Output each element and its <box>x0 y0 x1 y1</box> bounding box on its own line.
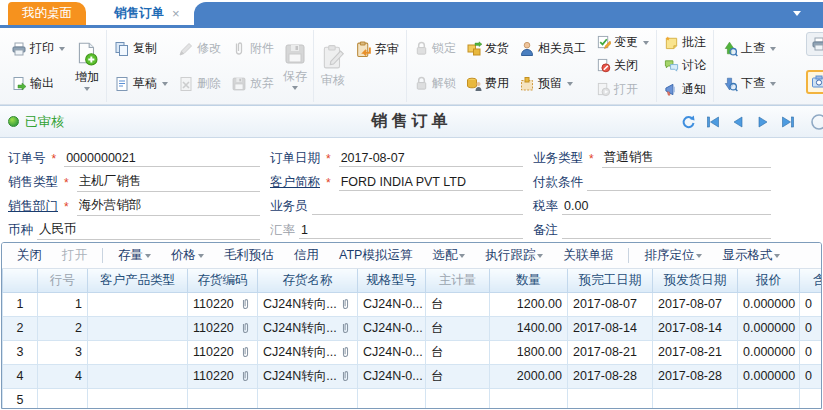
tab-my-desktop[interactable]: 我的桌面 <box>8 2 86 25</box>
reserve-caret-icon[interactable] <box>567 82 573 86</box>
change-button[interactable]: 变更 <box>593 32 652 53</box>
locate-icon[interactable] <box>805 113 823 131</box>
grid-toolbar-display-format-button[interactable]: 显示格式 <box>713 245 789 266</box>
cell-expected_finish_date[interactable]: 2017-08-21 <box>568 340 653 364</box>
add-button[interactable]: 增加 <box>70 30 104 102</box>
cell-tax_price[interactable]: 0 <box>800 292 823 316</box>
cell-tax_price[interactable] <box>800 388 823 409</box>
tab-close-icon[interactable]: × <box>172 6 180 21</box>
grid-toolbar-execution-tracking-button[interactable]: 执行跟踪 <box>476 245 552 266</box>
cell-expected_finish_date[interactable]: 2017-08-28 <box>568 364 653 388</box>
snapshot-button[interactable] <box>806 70 823 94</box>
discuss-button[interactable]: 讨论 <box>661 55 709 76</box>
grid-toolbar-option-config-caret-icon[interactable] <box>459 254 465 258</box>
tab-sales-order[interactable]: 销售订单 × <box>100 2 194 25</box>
cell-quote[interactable] <box>738 388 800 409</box>
column-header-tax_price[interactable]: 含 <box>800 269 823 292</box>
output-button[interactable]: 输出 <box>8 73 68 94</box>
cell-unit[interactable]: 台 <box>426 292 490 316</box>
cell-expected_ship_date[interactable]: 2017-08-14 <box>653 316 738 340</box>
cell-inventory_name[interactable]: CJ24N转向... <box>258 340 358 364</box>
grid-toolbar-credit-button[interactable]: 信用 <box>285 245 328 266</box>
cell-unit[interactable]: 台 <box>426 316 490 340</box>
cell-line_no[interactable]: 4 <box>38 364 88 388</box>
column-header-customer_product_type[interactable]: 客户产品类型 <box>88 269 188 292</box>
grid-toolbar-close-button[interactable]: 关闭 <box>8 245 51 266</box>
cell-line_no[interactable]: 3 <box>38 340 88 364</box>
nav-next-icon[interactable] <box>755 114 771 130</box>
cell-inventory_code[interactable]: 110220 <box>188 364 258 388</box>
cell-expected_ship_date[interactable]: 2017-08-21 <box>653 340 738 364</box>
column-header-line_no[interactable]: 行号 <box>38 269 88 292</box>
cell-quantity[interactable] <box>490 388 568 409</box>
cell-row_index[interactable]: 1 <box>3 292 38 316</box>
notify-button[interactable]: 通知 <box>661 79 709 100</box>
column-header-inventory_code[interactable]: 存货编码 <box>188 269 258 292</box>
annotate-button[interactable]: 批注 <box>661 32 709 53</box>
draft-button[interactable]: 草稿 <box>111 73 171 94</box>
cell-quantity[interactable]: 1200.00 <box>490 292 568 316</box>
tab-overflow-caret-icon[interactable] <box>793 11 801 16</box>
grid-toolbar-related-documents-button[interactable]: 关联单据 <box>554 245 622 266</box>
refresh-icon[interactable] <box>680 114 696 130</box>
cell-inventory_name[interactable]: CJ24N转向... <box>258 316 358 340</box>
grid-toolbar-display-format-caret-icon[interactable] <box>774 254 780 258</box>
copy-button[interactable]: 复制 <box>111 38 171 59</box>
cell-row_index[interactable]: 4 <box>3 364 38 388</box>
cell-expected_ship_date[interactable]: 2017-08-07 <box>653 292 738 316</box>
cell-quote[interactable]: 0.000000 <box>738 316 800 340</box>
cell-inventory_code[interactable]: 110220 <box>188 292 258 316</box>
cell-quantity[interactable]: 1400.00 <box>490 316 568 340</box>
print-preview-button[interactable] <box>806 32 823 56</box>
grid-toolbar-atp-simulation-button[interactable]: ATP模拟运算 <box>330 245 421 266</box>
print-caret-icon[interactable] <box>59 47 65 51</box>
cell-unit[interactable]: 台 <box>426 364 490 388</box>
field-exchange-rate-value[interactable]: 1 <box>299 223 523 239</box>
column-header-spec_model[interactable]: 规格型号 <box>358 269 426 292</box>
column-header-quote[interactable]: 报价 <box>738 269 800 292</box>
column-header-unit[interactable]: 主计量 <box>426 269 490 292</box>
cell-tax_price[interactable]: 0 <box>800 316 823 340</box>
grid-toolbar-price-button[interactable]: 价格 <box>162 245 213 266</box>
grid-toolbar-price-caret-icon[interactable] <box>198 254 204 258</box>
unaudit-button[interactable]: 弃审 <box>352 39 402 60</box>
cell-line_no[interactable]: 2 <box>38 316 88 340</box>
draft-caret-icon[interactable] <box>162 82 168 86</box>
column-header-quantity[interactable]: 数量 <box>490 269 568 292</box>
cell-expected_finish_date[interactable]: 2017-08-14 <box>568 316 653 340</box>
search-down-caret-icon[interactable] <box>770 82 776 86</box>
search-down-button[interactable]: 下查 <box>718 73 779 94</box>
field-sales-dept-label[interactable]: 销售部门 <box>8 198 58 215</box>
cell-quote[interactable]: 0.000000 <box>738 364 800 388</box>
grid-toolbar-stock-button[interactable]: 存量 <box>109 245 160 266</box>
cell-line_no[interactable] <box>38 388 88 409</box>
cell-customer_product_type[interactable] <box>88 292 188 316</box>
field-sales-type-value[interactable]: 主机厂销售 <box>77 173 260 192</box>
cell-tax_price[interactable]: 0 <box>800 340 823 364</box>
cell-unit[interactable]: 台 <box>426 340 490 364</box>
cell-quantity[interactable]: 1800.00 <box>490 340 568 364</box>
cell-expected_ship_date[interactable] <box>653 388 738 409</box>
cell-spec_model[interactable]: CJ24N-0... <box>358 340 426 364</box>
cell-expected_finish_date[interactable] <box>568 388 653 409</box>
cell-inventory_name[interactable] <box>258 388 358 409</box>
field-order-date-value[interactable]: 2017-08-07 <box>339 151 523 167</box>
search-up-button[interactable]: 上查 <box>718 38 779 59</box>
cell-inventory_name[interactable]: CJ24N转向... <box>258 292 358 316</box>
grid-toolbar-option-config-button[interactable]: 选配 <box>423 245 474 266</box>
cell-customer_product_type[interactable] <box>88 316 188 340</box>
field-currency-value[interactable]: 人民币 <box>37 221 260 240</box>
add-caret-icon[interactable] <box>84 87 90 91</box>
field-business-type-value[interactable]: 普通销售 <box>602 149 771 168</box>
cell-customer_product_type[interactable] <box>88 388 188 409</box>
grid-toolbar-stock-caret-icon[interactable] <box>145 254 151 258</box>
grid-toolbar-execution-tracking-caret-icon[interactable] <box>537 254 543 258</box>
cell-spec_model[interactable]: CJ24N-0... <box>358 316 426 340</box>
nav-first-icon[interactable] <box>705 114 721 130</box>
column-header-expected_ship_date[interactable]: 预发货日期 <box>653 269 738 292</box>
field-customer-value[interactable]: FORD INDIA PVT LTD <box>339 175 523 191</box>
cell-row_index[interactable]: 5 <box>3 388 38 409</box>
field-payment-terms-value[interactable] <box>587 175 771 191</box>
cell-inventory_code[interactable] <box>188 388 258 409</box>
field-order-no-value[interactable]: 0000000021 <box>64 151 260 167</box>
